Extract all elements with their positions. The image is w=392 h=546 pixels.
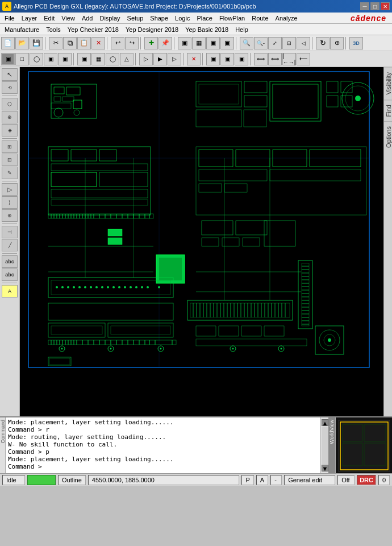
tb2-sq5[interactable]: ▣: [77, 53, 91, 65]
tb-snap[interactable]: ✚: [144, 37, 158, 49]
tab-find[interactable]: Find: [384, 100, 392, 121]
status-a-label: A: [256, 475, 268, 485]
tb-3d[interactable]: 3D: [349, 37, 363, 49]
scroll-up[interactable]: ▲: [322, 419, 328, 426]
lt-tool8[interactable]: ▷: [2, 183, 18, 196]
menu-display[interactable]: Display: [96, 14, 123, 23]
tb-undo[interactable]: ↩: [111, 37, 124, 49]
tb-cut[interactable]: ✂: [49, 37, 62, 49]
tb-refresh[interactable]: ↻: [316, 37, 330, 49]
svg-point-99: [90, 286, 92, 288]
tb-paste[interactable]: 📋: [77, 37, 91, 49]
tb2-h1[interactable]: ⟺: [254, 53, 268, 65]
status-drc-count: 0: [378, 475, 390, 485]
tb2-sq2[interactable]: □: [15, 53, 29, 65]
lt-tool3[interactable]: ⊕: [2, 111, 18, 123]
menu-layer[interactable]: Layer: [18, 14, 41, 23]
console-scrollbar[interactable]: ▲ ▼: [320, 417, 328, 473]
lt-measure[interactable]: ⊣: [2, 226, 18, 238]
menu-manufacture[interactable]: Manufacture: [1, 25, 43, 34]
tb2-circ[interactable]: ◯: [30, 53, 43, 65]
tb2-h2[interactable]: ⟺: [268, 53, 282, 65]
lt-tool6[interactable]: ⊟: [2, 154, 18, 166]
menu-view[interactable]: View: [58, 14, 78, 23]
tb2-cross[interactable]: ✕: [187, 53, 201, 65]
tb2-s3[interactable]: ▣: [235, 53, 248, 65]
tb2-tri[interactable]: △: [120, 53, 134, 65]
tb2-sq7[interactable]: ◯: [106, 53, 119, 65]
tab-options[interactable]: Options: [384, 121, 392, 152]
tb2-arr3[interactable]: ▷: [168, 53, 181, 65]
status-green-indicator: [27, 475, 56, 485]
tb-new[interactable]: 📄: [1, 37, 15, 49]
menu-place[interactable]: Place: [193, 14, 216, 23]
menu-add[interactable]: Add: [78, 14, 97, 23]
menu-bar-2: Manufacture Tools Yep Checker 2018 Yep D…: [0, 24, 392, 35]
lt-tool9[interactable]: ⟩: [2, 196, 18, 209]
menu-help[interactable]: Help: [232, 25, 252, 34]
scroll-down[interactable]: ▼: [322, 465, 328, 471]
minimize-button[interactable]: ─: [360, 2, 369, 10]
lt-tool7[interactable]: ✎: [2, 167, 18, 179]
menu-route[interactable]: Route: [248, 14, 272, 23]
tb-redo[interactable]: ↪: [125, 37, 139, 49]
tb2-h3[interactable]: |←→|: [282, 53, 296, 65]
tb2-sq3[interactable]: ▣: [44, 53, 57, 65]
tb-box2[interactable]: ▦: [192, 37, 206, 49]
title-text: Allegro PCB Design GXL (legacy): AUTOSAV…: [14, 3, 256, 10]
scroll-track: [322, 427, 328, 464]
menu-yep-basic[interactable]: Yep Basic 2018: [182, 25, 232, 34]
tb2-arr1[interactable]: ▷: [139, 53, 153, 65]
worldview-svg: [336, 417, 392, 473]
tb-open[interactable]: 📂: [15, 37, 29, 49]
maximize-button[interactable]: □: [370, 2, 380, 10]
tb-copy[interactable]: ⧉: [63, 37, 77, 49]
tb2-sq1[interactable]: ▣: [1, 53, 15, 65]
tb-pin[interactable]: 📌: [159, 37, 172, 49]
menu-setup[interactable]: Setup: [124, 14, 147, 23]
lt-tool10[interactable]: ⊕: [2, 209, 18, 222]
tb2-s1[interactable]: ▣: [206, 53, 220, 65]
lt-text2[interactable]: abc: [2, 268, 18, 281]
lt-line[interactable]: ╱: [2, 239, 18, 251]
menu-file[interactable]: File: [1, 14, 18, 23]
tb-zoom-prev[interactable]: ◁: [297, 37, 310, 49]
tb-box4[interactable]: ▣: [220, 37, 234, 49]
tb-box3[interactable]: ▣: [206, 37, 220, 49]
status-coordinates: 4550.0000, 1885.0000: [88, 475, 240, 485]
lt-color[interactable]: A: [2, 285, 18, 297]
lt-tool4[interactable]: ◈: [2, 124, 18, 136]
tb2-sq6[interactable]: ▦: [91, 53, 105, 65]
tb2-h4[interactable]: ⟵: [297, 53, 310, 65]
tb-box1[interactable]: ▣: [178, 37, 191, 49]
menu-tools[interactable]: Tools: [43, 25, 64, 34]
lt-tool1[interactable]: ⟲: [2, 81, 18, 94]
menu-logic[interactable]: Logic: [172, 14, 193, 23]
tb-delete[interactable]: ✕: [91, 37, 105, 49]
svg-point-194: [160, 348, 162, 350]
pcb-canvas[interactable]: [20, 67, 383, 416]
tb-zoom-out[interactable]: 🔍-: [254, 37, 268, 49]
lt-text1[interactable]: abc: [2, 255, 18, 268]
tb-save[interactable]: 💾: [30, 37, 43, 49]
tb-target[interactable]: ⊕: [330, 37, 344, 49]
close-button[interactable]: ✕: [381, 2, 390, 10]
menu-yep-checker[interactable]: Yep Checker 2018: [64, 25, 122, 34]
menu-analyze[interactable]: Analyze: [272, 14, 301, 23]
tb-zoom-fit[interactable]: ⤢: [268, 37, 282, 49]
tb2-arr2[interactable]: ▶: [153, 53, 167, 65]
svg-point-192: [110, 348, 112, 350]
menu-shape[interactable]: Shape: [147, 14, 172, 23]
menu-flowplan[interactable]: FlowPlan: [216, 14, 248, 23]
tab-visibility[interactable]: Visibility: [384, 67, 392, 100]
menu-edit[interactable]: Edit: [40, 14, 58, 23]
tb2-s2[interactable]: ▣: [220, 53, 234, 65]
menu-yep-designer[interactable]: Yep Designer 2018: [122, 25, 182, 34]
tb2-sq4[interactable]: ▣: [58, 53, 72, 65]
tb-sep-2: [107, 37, 109, 49]
tb-zoom-rect[interactable]: ⊡: [282, 37, 296, 49]
tb-zoom-in[interactable]: 🔍: [240, 37, 253, 49]
lt-select[interactable]: ↖: [2, 68, 18, 81]
lt-tool2[interactable]: ⬡: [2, 98, 18, 110]
lt-tool5[interactable]: ⊞: [2, 140, 18, 153]
